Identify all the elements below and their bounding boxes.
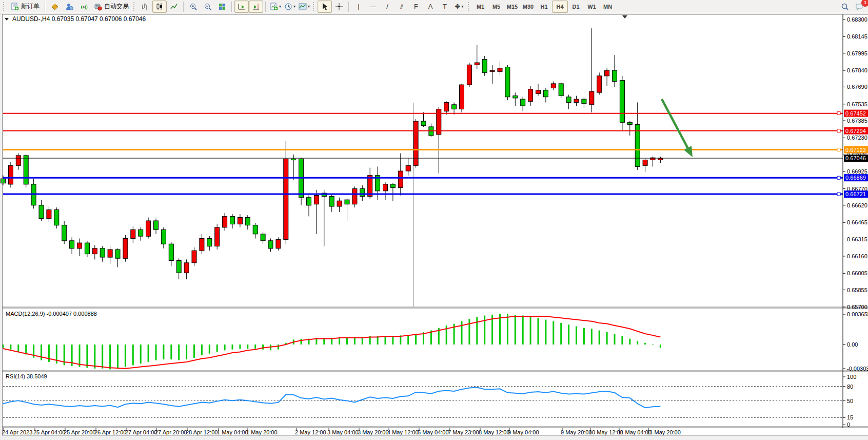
time-tick-label: 27 Apr 04:00: [125, 429, 157, 435]
candle-body: [314, 196, 319, 204]
time-tick-label: 25 Apr 04:00: [33, 429, 65, 435]
candle-body: [498, 68, 502, 72]
fibonacci-icon: F: [414, 3, 418, 10]
arrows-icon: ✥: [455, 3, 461, 10]
auto-scroll-button[interactable]: [234, 1, 249, 13]
horizontal-line-tool-button[interactable]: —: [366, 1, 380, 13]
toolbar-drag-handle[interactable]: [133, 2, 136, 11]
line-end-marker: [837, 129, 840, 132]
indicators-button[interactable]: ▾: [268, 1, 283, 13]
candle-body: [605, 70, 609, 76]
search-icon: [841, 3, 849, 11]
line-end-marker: [837, 112, 840, 115]
dropdown-caret: ▾: [279, 4, 281, 9]
macd-tick-label: -0.00303: [847, 366, 868, 372]
dropdown-caret: ▾: [293, 4, 295, 9]
candlestick-chart-button[interactable]: [152, 1, 167, 13]
time-tick-label: 4 May 12:00: [387, 429, 419, 435]
crosshair-tool-button[interactable]: [332, 1, 346, 13]
timeframe-mn-button[interactable]: MN: [600, 1, 616, 13]
price-tick-label: 0.66005: [847, 270, 867, 276]
candle-body: [77, 243, 82, 248]
auto-scroll-icon: [238, 3, 246, 11]
search-button[interactable]: [838, 1, 852, 13]
toolbar-drag-handle[interactable]: [468, 2, 471, 11]
person-icon: [65, 3, 73, 11]
timeframe-m30-button[interactable]: M30: [520, 1, 536, 13]
candle-body: [613, 70, 617, 82]
chart-shift-button[interactable]: [249, 1, 263, 13]
signals-button[interactable]: [76, 1, 91, 13]
timeframe-d1-button[interactable]: D1: [568, 1, 584, 13]
candle-body: [62, 225, 67, 241]
toolbar-drag-handle[interactable]: [313, 2, 316, 11]
candle-body: [131, 229, 135, 238]
timeframe-m1-button[interactable]: M1: [472, 1, 488, 13]
bottom-strip: [2, 435, 868, 440]
autotrading-icon: [94, 3, 102, 11]
crosshair-icon: [335, 3, 343, 11]
macd-tick-label: 0.003655: [847, 311, 868, 317]
chart-canvas[interactable]: AUDUSD-,H4 0.67035 0.67047 0.67006 0.670…: [0, 13, 868, 440]
candle-body: [161, 229, 166, 244]
candle-body: [92, 248, 97, 254]
channel-tool-button[interactable]: ⫽: [394, 1, 409, 13]
trendline-tool-button[interactable]: /: [380, 1, 394, 13]
candle-body: [574, 99, 579, 103]
candle-body: [521, 99, 525, 106]
candle-body: [16, 156, 21, 165]
text-label-tool-button[interactable]: T: [438, 1, 452, 13]
new-order-label: 新订单: [21, 2, 40, 11]
timeframe-m15-button[interactable]: M15: [504, 1, 520, 13]
autotrading-button[interactable]: 自动交易: [91, 1, 132, 13]
cursor-tool-button[interactable]: [318, 1, 332, 13]
zoom-in-button[interactable]: [186, 1, 201, 13]
macd-tick-label: 0.00: [847, 341, 858, 348]
rsi-tick-label: 0: [847, 422, 850, 428]
time-tick-label: 24 Apr 2023: [2, 429, 32, 435]
timeframe-m5-button[interactable]: M5: [488, 1, 504, 13]
candle-body: [24, 156, 28, 184]
market-watch-button[interactable]: [48, 1, 62, 13]
price-label-text: 0.67046: [845, 155, 866, 161]
candle-body: [146, 221, 151, 236]
zoom-out-icon: [204, 3, 212, 11]
community-button[interactable]: [62, 1, 76, 13]
candle-body: [268, 241, 273, 248]
candle-body: [115, 250, 120, 258]
fibonacci-tool-button[interactable]: F: [409, 1, 423, 13]
tile-windows-button[interactable]: [215, 1, 229, 13]
bar-chart-button[interactable]: [138, 1, 152, 13]
candle-body: [261, 234, 265, 241]
arrows-tool-button[interactable]: ✥▾: [452, 1, 466, 13]
time-tick-label: 26 Apr 12:00: [94, 429, 126, 435]
candle-body: [54, 210, 59, 225]
candle-body: [421, 121, 426, 126]
candle-body: [360, 189, 365, 197]
candle-body: [238, 218, 242, 224]
text-tool-button[interactable]: A: [423, 1, 438, 13]
candle-body: [398, 171, 403, 187]
timeframe-h4-button[interactable]: H4: [552, 1, 568, 13]
candle-body: [207, 239, 212, 246]
candle-body: [482, 60, 487, 73]
candle-body: [460, 85, 464, 109]
zoom-out-button[interactable]: [201, 1, 215, 13]
candle-body: [1, 179, 6, 183]
price-label-text: 0.67123: [845, 147, 866, 153]
time-tick-label: 11 May 20:00: [647, 429, 681, 435]
notifications-button[interactable]: 1: [852, 1, 866, 13]
line-chart-button[interactable]: [167, 1, 181, 13]
templates-button[interactable]: ▾: [297, 1, 311, 13]
timeframe-w1-button[interactable]: W1: [584, 1, 600, 13]
new-order-button[interactable]: 新订单: [8, 1, 43, 13]
candle-body: [245, 218, 250, 225]
timeframe-h1-button[interactable]: H1: [536, 1, 552, 13]
candle-body: [475, 63, 479, 65]
periods-button[interactable]: ▾: [283, 1, 297, 13]
vertical-line-tool-button[interactable]: |: [351, 1, 366, 13]
price-tick-label: 0.67385: [847, 118, 867, 124]
candle-body: [345, 200, 349, 204]
toolbar-drag-handle[interactable]: [3, 2, 6, 11]
price-label-text: 0.67294: [845, 128, 866, 134]
